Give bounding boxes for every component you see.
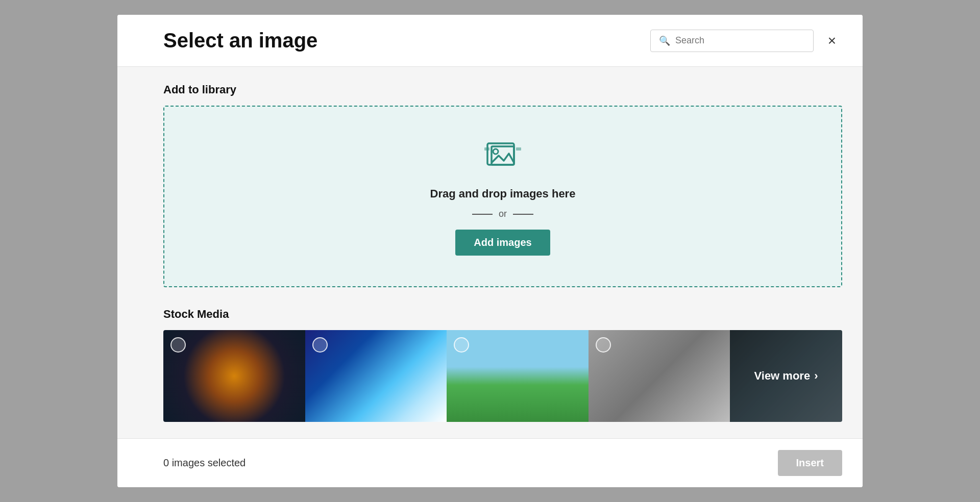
- modal-overlay: Select an image 🔍 × Add to library: [0, 0, 980, 502]
- stock-image-2[interactable]: [305, 330, 447, 422]
- drop-or: or: [472, 209, 533, 219]
- add-to-library-section: Add to library: [163, 83, 842, 287]
- svg-rect-4: [516, 147, 521, 150]
- select-circle-3: [454, 337, 469, 353]
- search-box[interactable]: 🔍: [650, 30, 814, 52]
- stock-media-section: Stock Media: [163, 308, 842, 422]
- drop-zone-icon: [484, 137, 521, 176]
- or-text: or: [499, 209, 507, 219]
- select-circle-4: [596, 337, 611, 353]
- stock-image-3[interactable]: [447, 330, 589, 422]
- stock-media-title: Stock Media: [163, 308, 842, 321]
- select-circle-2: [312, 337, 328, 353]
- chevron-right-icon: ›: [814, 369, 818, 383]
- stock-image-4[interactable]: [589, 330, 730, 422]
- add-to-library-title: Add to library: [163, 83, 842, 96]
- svg-point-2: [493, 149, 498, 154]
- drop-zone[interactable]: Drag and drop images here or Add images: [163, 106, 842, 287]
- view-more-text: View more ›: [754, 369, 818, 383]
- search-icon: 🔍: [659, 35, 670, 46]
- images-selected-count: 0 images selected: [163, 457, 246, 469]
- insert-button[interactable]: Insert: [778, 450, 842, 476]
- modal-footer: 0 images selected Insert: [117, 438, 863, 487]
- select-circle-1: [170, 337, 186, 353]
- view-more-overlay: View more ›: [730, 330, 842, 422]
- stock-images-grid: View more ›: [163, 330, 842, 422]
- stock-image-1[interactable]: [163, 330, 305, 422]
- drag-drop-text: Drag and drop images here: [430, 187, 576, 200]
- or-line-right: [513, 214, 533, 215]
- modal-header: Select an image 🔍 ×: [117, 15, 863, 67]
- search-input[interactable]: [675, 35, 805, 46]
- close-button[interactable]: ×: [822, 31, 842, 51]
- header-right: 🔍 ×: [650, 30, 842, 52]
- svg-rect-3: [484, 147, 489, 150]
- add-images-button[interactable]: Add images: [455, 230, 550, 256]
- stock-image-view-more[interactable]: View more ›: [730, 330, 842, 422]
- modal: Select an image 🔍 × Add to library: [117, 15, 863, 487]
- modal-title: Select an image: [163, 29, 317, 52]
- or-line-left: [472, 214, 493, 215]
- modal-body: Add to library: [117, 67, 863, 438]
- view-more-label: View more: [754, 369, 811, 383]
